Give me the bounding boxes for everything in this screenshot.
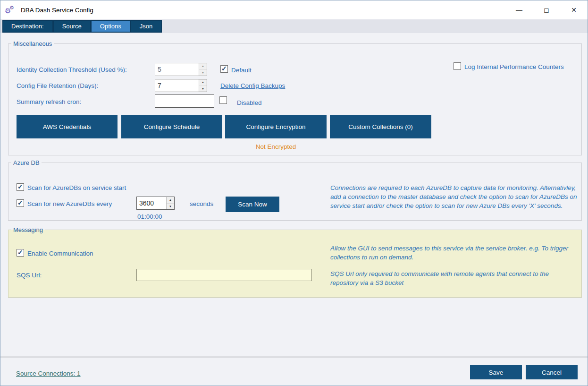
log-perf-counters-checkbox[interactable] bbox=[454, 62, 461, 70]
tab-source[interactable]: Source bbox=[53, 20, 91, 33]
group-messaging-title: Messaging bbox=[11, 226, 45, 233]
config-retention-stepper[interactable]: ▲ ▼ bbox=[155, 79, 207, 92]
log-perf-counters-label: Log Internal Performance Counters bbox=[464, 63, 564, 70]
cron-disabled-label: Disabled bbox=[237, 99, 262, 106]
maximize-icon[interactable]: ◻ bbox=[533, 0, 560, 19]
close-icon[interactable]: ✕ bbox=[560, 0, 588, 19]
aws-credentials-button[interactable]: AWS Credentials bbox=[17, 115, 118, 138]
group-miscellaneous-title: Miscellaneous bbox=[11, 40, 54, 47]
scan-every-checkbox[interactable] bbox=[17, 199, 24, 207]
app-gears-icon: ⚙ ⚙ bbox=[5, 5, 17, 15]
delete-config-backups-link[interactable]: Delete Config Backups bbox=[220, 82, 285, 89]
default-label: Default bbox=[231, 67, 252, 74]
not-encrypted-status: Not Encrypted bbox=[225, 143, 327, 150]
identity-threshold-stepper[interactable]: ▲ ▼ bbox=[155, 63, 207, 76]
group-miscellaneous: Miscellaneous Identity Collection Thresh… bbox=[8, 40, 582, 155]
spin-down-icon[interactable]: ▼ bbox=[199, 86, 207, 92]
cron-disabled-checkbox[interactable] bbox=[219, 96, 227, 104]
seconds-label: seconds bbox=[190, 200, 213, 207]
group-messaging: Messaging Enable Communication SQS Url: … bbox=[8, 226, 582, 298]
interval-time-readout: 01:00:00 bbox=[137, 213, 162, 220]
minimize-icon[interactable]: — bbox=[505, 0, 533, 19]
scan-interval-input[interactable] bbox=[137, 197, 166, 209]
group-azure-db-title: Azure DB bbox=[11, 159, 42, 166]
configure-schedule-button[interactable]: Configure Schedule bbox=[121, 115, 222, 138]
enable-communication-label: Enable Communication bbox=[27, 250, 93, 257]
scan-on-start-checkbox[interactable] bbox=[17, 183, 24, 191]
tab-destination[interactable]: Destination: bbox=[2, 20, 53, 33]
tab-options[interactable]: Options bbox=[91, 20, 131, 33]
footer-divider bbox=[0, 356, 588, 358]
default-checkbox[interactable] bbox=[220, 65, 228, 73]
service-config-window: ⚙ ⚙ DBA Dash Service Config — ◻ ✕ Destin… bbox=[0, 0, 588, 386]
messaging-note-1: Allow the GUI to send messages to this s… bbox=[330, 244, 578, 262]
scan-every-label: Scan for new AzureDBs every bbox=[27, 200, 112, 207]
source-connections-link[interactable]: Source Connections: 1 bbox=[16, 370, 81, 377]
tab-strip: Destination: Source Options Json bbox=[0, 19, 588, 33]
sqs-url-label: SQS Url: bbox=[17, 272, 42, 279]
custom-collections-button[interactable]: Custom Collections (0) bbox=[330, 115, 431, 138]
spin-up-icon[interactable]: ▲ bbox=[199, 79, 207, 86]
cancel-button[interactable]: Cancel bbox=[526, 365, 578, 379]
spin-down-icon[interactable]: ▼ bbox=[199, 69, 207, 76]
config-retention-label: Config File Retention (Days): bbox=[17, 82, 98, 89]
title-bar: ⚙ ⚙ DBA Dash Service Config — ◻ ✕ bbox=[0, 0, 588, 19]
tab-json[interactable]: Json bbox=[131, 20, 162, 33]
window-controls: — ◻ ✕ bbox=[505, 0, 588, 19]
scan-interval-stepper[interactable]: ▲ ▼ bbox=[136, 197, 175, 210]
scan-now-button[interactable]: Scan Now bbox=[226, 197, 279, 212]
sqs-url-input[interactable] bbox=[136, 269, 312, 281]
window-title: DBA Dash Service Config bbox=[21, 7, 93, 14]
messaging-note-2: SQS Url only required to communicate wit… bbox=[330, 269, 578, 287]
enable-communication-checkbox[interactable] bbox=[17, 249, 24, 257]
configure-encryption-button[interactable]: Configure Encryption bbox=[225, 115, 327, 138]
save-button[interactable]: Save bbox=[470, 365, 522, 379]
identity-threshold-label: Identity Collection Threshold (Used %): bbox=[17, 66, 127, 73]
scan-on-start-label: Scan for AzureDBs on service start bbox=[27, 184, 126, 191]
spin-down-icon[interactable]: ▼ bbox=[167, 203, 174, 210]
identity-threshold-input[interactable] bbox=[155, 63, 199, 76]
summary-cron-label: Summary refresh cron: bbox=[17, 98, 81, 105]
summary-cron-input[interactable] bbox=[155, 94, 214, 108]
spin-up-icon[interactable]: ▲ bbox=[199, 63, 207, 69]
config-retention-input[interactable] bbox=[155, 79, 199, 92]
spin-up-icon[interactable]: ▲ bbox=[167, 197, 174, 203]
group-azure-db: Azure DB Scan for AzureDBs on service st… bbox=[8, 159, 582, 221]
azure-db-note: Connections are required to each AzureDB… bbox=[330, 183, 578, 210]
